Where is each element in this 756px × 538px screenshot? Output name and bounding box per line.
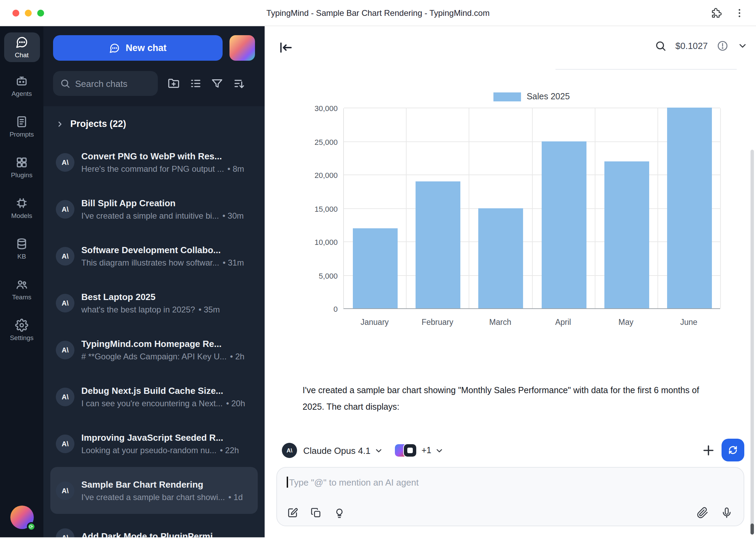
- assistant-message: I've created a sample bar chart showing …: [303, 382, 719, 415]
- kb-icon: [15, 237, 28, 250]
- sync-icon: [728, 445, 738, 455]
- filter-icon: [211, 77, 224, 90]
- bulk-select-button[interactable]: [189, 77, 202, 90]
- titlebar: TypingMind - Sample Bar Chart Rendering …: [0, 0, 756, 26]
- plugins-icon: [15, 156, 28, 169]
- bar-march: [479, 208, 523, 308]
- chat-list-item[interactable]: A\ Sample Bar Chart Rendering I've creat…: [50, 467, 258, 514]
- message-input[interactable]: Type "@" to mention an AI agent: [276, 467, 744, 526]
- sidebar-item-agents[interactable]: Agents: [4, 71, 40, 101]
- zoom-window-button[interactable]: [37, 9, 44, 16]
- extensions-puzzle-icon[interactable]: [710, 7, 722, 19]
- chat-title: Add Dark Mode to PluginPermi...: [81, 531, 252, 537]
- copy-icon[interactable]: [310, 507, 322, 519]
- model-selector[interactable]: Claude Opus 4.1: [303, 445, 370, 456]
- new-folder-button[interactable]: [167, 77, 180, 90]
- plus-icon[interactable]: [701, 443, 716, 458]
- model-avatar: A\: [282, 443, 297, 458]
- chat-time: • 20h: [226, 398, 245, 408]
- chat-list-item[interactable]: A\ Software Development Collabo... This …: [50, 232, 258, 279]
- x-tick-label: March: [489, 318, 511, 326]
- x-tick-label: January: [360, 318, 389, 326]
- chat-time: • 22h: [220, 445, 239, 455]
- y-tick-label: 15,000: [315, 205, 338, 213]
- avatar: A\: [56, 340, 74, 359]
- chat-title: Best Laptop 2025: [81, 291, 252, 302]
- chevron-down-icon[interactable]: [435, 446, 444, 455]
- prompts-icon: [15, 115, 28, 128]
- close-window-button[interactable]: [12, 9, 19, 16]
- chat-list-item[interactable]: A\ Debug Next.js Build Cache Size... I c…: [50, 373, 258, 420]
- warning-icon[interactable]: [717, 40, 728, 52]
- chat-list-item[interactable]: A\ Improving JavaScript Seeded R... Look…: [50, 420, 258, 467]
- sidebar-item-prompts[interactable]: Prompts: [4, 112, 40, 141]
- chat-time: • 2h: [230, 351, 245, 361]
- chat-title: Sample Bar Chart Rendering: [81, 479, 252, 489]
- avatar: A\: [56, 153, 74, 171]
- chat-subtitle: I can see you're encountering a Next...: [81, 398, 223, 408]
- legend-swatch: [493, 92, 521, 101]
- rail-label-plugins: Plugins: [11, 171, 32, 179]
- sidebar-item-chat[interactable]: Chat: [4, 32, 40, 62]
- projects-label: Projects (22): [70, 119, 126, 129]
- folder-plus-icon: [167, 77, 180, 90]
- chat-subtitle: Looking at your pseudo-random nu...: [81, 445, 216, 455]
- chat-list-item[interactable]: A\ Convert PNG to WebP with Res... Here'…: [50, 139, 258, 186]
- chat-list-item[interactable]: A\ TypingMind.com Homepage Re... # **Goo…: [50, 326, 258, 373]
- chat-subtitle: # **Google Ads Campaign: API Key U...: [81, 351, 227, 361]
- chat-bubble-icon: [15, 36, 28, 49]
- sort-button[interactable]: [233, 77, 245, 90]
- usage-cost-badge[interactable]: $0.1027: [675, 41, 708, 51]
- chevron-down-icon[interactable]: [374, 446, 383, 455]
- kebab-menu-icon[interactable]: [734, 7, 745, 18]
- rail-label-agents: Agents: [11, 90, 32, 97]
- plugin-icon: [403, 444, 417, 457]
- bar-january: [353, 228, 398, 308]
- chat-title: Debug Next.js Build Cache Size...: [81, 385, 252, 396]
- sort-icon: [233, 77, 245, 90]
- chat-avatar-glyph: A\: [62, 158, 69, 166]
- search-icon[interactable]: [655, 40, 666, 52]
- chat-list-item[interactable]: A\ Best Laptop 2025 what's the best lapt…: [50, 279, 258, 326]
- chat-title: TypingMind.com Homepage Re...: [81, 338, 252, 349]
- scrollbar-thumb[interactable]: [750, 524, 754, 535]
- sidebar-item-settings[interactable]: Settings: [4, 315, 40, 345]
- chat-time: • 8m: [227, 164, 244, 173]
- collapse-sidebar-icon[interactable]: [278, 40, 294, 55]
- plugins-selector[interactable]: +1: [394, 444, 431, 457]
- regenerate-button[interactable]: [722, 439, 744, 461]
- bar-may: [604, 161, 649, 308]
- plugins-more-count: +1: [421, 446, 431, 455]
- x-tick-label: June: [680, 318, 697, 326]
- minimize-window-button[interactable]: [25, 9, 32, 16]
- rail-label-chat: Chat: [15, 51, 29, 59]
- lightbulb-icon[interactable]: [334, 507, 345, 519]
- sidebar-item-kb[interactable]: KB: [4, 234, 40, 263]
- chat-subtitle: I've created a simple and intuitive bi..…: [81, 211, 219, 220]
- projects-toggle[interactable]: Projects (22): [50, 113, 258, 139]
- edit-icon[interactable]: [287, 507, 298, 519]
- chat-time: • 30m: [222, 211, 244, 220]
- new-chat-button[interactable]: New chat: [53, 35, 223, 61]
- rail-label-settings: Settings: [10, 334, 34, 341]
- filter-button[interactable]: [211, 77, 224, 90]
- paperclip-icon[interactable]: [697, 507, 708, 519]
- scrollbar-track[interactable]: [750, 150, 754, 535]
- chat-subtitle: Here's the command for PNG output ...: [81, 164, 224, 173]
- avatar: A\: [56, 434, 74, 453]
- chart-plot-area: [343, 108, 720, 309]
- user-avatar[interactable]: ⟳: [10, 506, 33, 529]
- teams-icon: [15, 278, 28, 291]
- chat-list-item[interactable]: A\ Add Dark Mode to PluginPermi...: [50, 514, 258, 537]
- chevron-down-icon[interactable]: [737, 41, 748, 51]
- rail-label-prompts: Prompts: [10, 130, 34, 138]
- chat-avatar-glyph: A\: [62, 534, 69, 537]
- microphone-icon[interactable]: [721, 507, 733, 519]
- window-title: TypingMind - Sample Bar Chart Rendering …: [266, 8, 490, 18]
- sidebar-item-plugins[interactable]: Plugins: [4, 152, 40, 182]
- bar-april: [541, 141, 586, 308]
- sidebar-item-teams[interactable]: Teams: [4, 275, 40, 304]
- chat-list-item[interactable]: A\ Bill Split App Creation I've created …: [50, 186, 258, 232]
- sidebar-item-models[interactable]: Models: [4, 193, 40, 223]
- profile-avatar[interactable]: [229, 35, 255, 61]
